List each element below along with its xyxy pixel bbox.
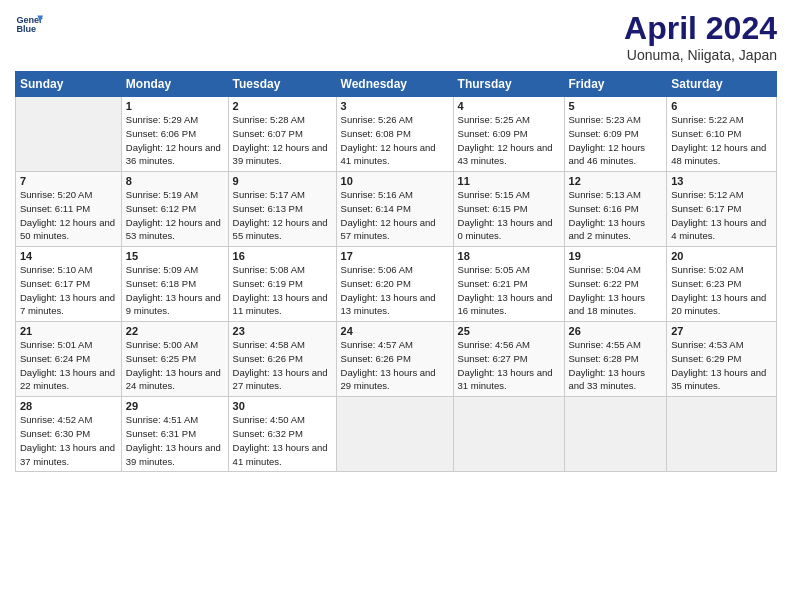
calendar-cell: 18Sunrise: 5:05 AMSunset: 6:21 PMDayligh… [453, 247, 564, 322]
calendar-cell [16, 97, 122, 172]
header-friday: Friday [564, 72, 667, 97]
day-number: 11 [458, 175, 560, 187]
sunrise-text: Sunrise: 4:52 AM [20, 414, 92, 425]
day-number: 7 [20, 175, 117, 187]
sunset-text: Sunset: 6:17 PM [671, 203, 741, 214]
cell-content: Sunrise: 5:01 AMSunset: 6:24 PMDaylight:… [20, 338, 117, 393]
cell-content: Sunrise: 5:26 AMSunset: 6:08 PMDaylight:… [341, 113, 449, 168]
daylight-text: Daylight: 13 hours and 4 minutes. [671, 217, 766, 242]
daylight-text: Daylight: 13 hours and 9 minutes. [126, 292, 221, 317]
sunrise-text: Sunrise: 5:05 AM [458, 264, 530, 275]
calendar-cell: 15Sunrise: 5:09 AMSunset: 6:18 PMDayligh… [121, 247, 228, 322]
header-tuesday: Tuesday [228, 72, 336, 97]
daylight-text: Daylight: 13 hours and 29 minutes. [341, 367, 436, 392]
calendar-cell: 2Sunrise: 5:28 AMSunset: 6:07 PMDaylight… [228, 97, 336, 172]
header-thursday: Thursday [453, 72, 564, 97]
calendar-cell [453, 397, 564, 472]
sunrise-text: Sunrise: 5:16 AM [341, 189, 413, 200]
daylight-text: Daylight: 13 hours and 41 minutes. [233, 442, 328, 467]
cell-content: Sunrise: 4:58 AMSunset: 6:26 PMDaylight:… [233, 338, 332, 393]
cell-content: Sunrise: 4:53 AMSunset: 6:29 PMDaylight:… [671, 338, 772, 393]
calendar-cell: 28Sunrise: 4:52 AMSunset: 6:30 PMDayligh… [16, 397, 122, 472]
day-number: 4 [458, 100, 560, 112]
sunset-text: Sunset: 6:31 PM [126, 428, 196, 439]
calendar-cell: 11Sunrise: 5:15 AMSunset: 6:15 PMDayligh… [453, 172, 564, 247]
sunset-text: Sunset: 6:21 PM [458, 278, 528, 289]
calendar-cell: 24Sunrise: 4:57 AMSunset: 6:26 PMDayligh… [336, 322, 453, 397]
calendar-cell: 25Sunrise: 4:56 AMSunset: 6:27 PMDayligh… [453, 322, 564, 397]
cell-content: Sunrise: 5:05 AMSunset: 6:21 PMDaylight:… [458, 263, 560, 318]
day-number: 23 [233, 325, 332, 337]
daylight-text: Daylight: 12 hours and 48 minutes. [671, 142, 766, 167]
calendar-cell: 27Sunrise: 4:53 AMSunset: 6:29 PMDayligh… [667, 322, 777, 397]
cell-content: Sunrise: 5:29 AMSunset: 6:06 PMDaylight:… [126, 113, 224, 168]
day-number: 22 [126, 325, 224, 337]
sunset-text: Sunset: 6:13 PM [233, 203, 303, 214]
calendar-cell: 23Sunrise: 4:58 AMSunset: 6:26 PMDayligh… [228, 322, 336, 397]
day-number: 12 [569, 175, 663, 187]
cell-content: Sunrise: 4:52 AMSunset: 6:30 PMDaylight:… [20, 413, 117, 468]
header-row: SundayMondayTuesdayWednesdayThursdayFrid… [16, 72, 777, 97]
sunrise-text: Sunrise: 5:04 AM [569, 264, 641, 275]
daylight-text: Daylight: 12 hours and 53 minutes. [126, 217, 221, 242]
sunrise-text: Sunrise: 4:50 AM [233, 414, 305, 425]
sunset-text: Sunset: 6:26 PM [341, 353, 411, 364]
sunrise-text: Sunrise: 5:23 AM [569, 114, 641, 125]
calendar-cell: 4Sunrise: 5:25 AMSunset: 6:09 PMDaylight… [453, 97, 564, 172]
logo-icon: General Blue [15, 10, 43, 38]
day-number: 24 [341, 325, 449, 337]
week-row-5: 28Sunrise: 4:52 AMSunset: 6:30 PMDayligh… [16, 397, 777, 472]
daylight-text: Daylight: 13 hours and 33 minutes. [569, 367, 646, 392]
sunrise-text: Sunrise: 5:06 AM [341, 264, 413, 275]
sunset-text: Sunset: 6:17 PM [20, 278, 90, 289]
daylight-text: Daylight: 13 hours and 24 minutes. [126, 367, 221, 392]
subtitle: Uonuma, Niigata, Japan [624, 47, 777, 63]
sunrise-text: Sunrise: 4:58 AM [233, 339, 305, 350]
day-number: 18 [458, 250, 560, 262]
header-monday: Monday [121, 72, 228, 97]
sunset-text: Sunset: 6:09 PM [569, 128, 639, 139]
calendar-cell: 30Sunrise: 4:50 AMSunset: 6:32 PMDayligh… [228, 397, 336, 472]
cell-content: Sunrise: 5:06 AMSunset: 6:20 PMDaylight:… [341, 263, 449, 318]
day-number: 26 [569, 325, 663, 337]
cell-content: Sunrise: 5:19 AMSunset: 6:12 PMDaylight:… [126, 188, 224, 243]
calendar-table: SundayMondayTuesdayWednesdayThursdayFrid… [15, 71, 777, 472]
header: General Blue April 2024 Uonuma, Niigata,… [15, 10, 777, 63]
calendar-cell: 21Sunrise: 5:01 AMSunset: 6:24 PMDayligh… [16, 322, 122, 397]
calendar-cell [667, 397, 777, 472]
sunset-text: Sunset: 6:30 PM [20, 428, 90, 439]
day-number: 9 [233, 175, 332, 187]
cell-content: Sunrise: 4:55 AMSunset: 6:28 PMDaylight:… [569, 338, 663, 393]
cell-content: Sunrise: 5:15 AMSunset: 6:15 PMDaylight:… [458, 188, 560, 243]
header-saturday: Saturday [667, 72, 777, 97]
day-number: 3 [341, 100, 449, 112]
logo: General Blue [15, 10, 43, 38]
sunrise-text: Sunrise: 5:01 AM [20, 339, 92, 350]
cell-content: Sunrise: 4:57 AMSunset: 6:26 PMDaylight:… [341, 338, 449, 393]
daylight-text: Daylight: 13 hours and 7 minutes. [20, 292, 115, 317]
sunrise-text: Sunrise: 5:13 AM [569, 189, 641, 200]
sunset-text: Sunset: 6:24 PM [20, 353, 90, 364]
daylight-text: Daylight: 12 hours and 55 minutes. [233, 217, 328, 242]
cell-content: Sunrise: 5:09 AMSunset: 6:18 PMDaylight:… [126, 263, 224, 318]
calendar-cell: 17Sunrise: 5:06 AMSunset: 6:20 PMDayligh… [336, 247, 453, 322]
daylight-text: Daylight: 12 hours and 41 minutes. [341, 142, 436, 167]
main-title: April 2024 [624, 10, 777, 47]
sunrise-text: Sunrise: 5:02 AM [671, 264, 743, 275]
day-number: 6 [671, 100, 772, 112]
calendar-cell: 8Sunrise: 5:19 AMSunset: 6:12 PMDaylight… [121, 172, 228, 247]
cell-content: Sunrise: 4:50 AMSunset: 6:32 PMDaylight:… [233, 413, 332, 468]
daylight-text: Daylight: 13 hours and 31 minutes. [458, 367, 553, 392]
sunset-text: Sunset: 6:22 PM [569, 278, 639, 289]
day-number: 19 [569, 250, 663, 262]
cell-content: Sunrise: 5:08 AMSunset: 6:19 PMDaylight:… [233, 263, 332, 318]
sunrise-text: Sunrise: 5:29 AM [126, 114, 198, 125]
daylight-text: Daylight: 13 hours and 18 minutes. [569, 292, 646, 317]
calendar-cell: 29Sunrise: 4:51 AMSunset: 6:31 PMDayligh… [121, 397, 228, 472]
day-number: 27 [671, 325, 772, 337]
sunset-text: Sunset: 6:19 PM [233, 278, 303, 289]
day-number: 30 [233, 400, 332, 412]
daylight-text: Daylight: 13 hours and 13 minutes. [341, 292, 436, 317]
sunset-text: Sunset: 6:07 PM [233, 128, 303, 139]
day-number: 15 [126, 250, 224, 262]
